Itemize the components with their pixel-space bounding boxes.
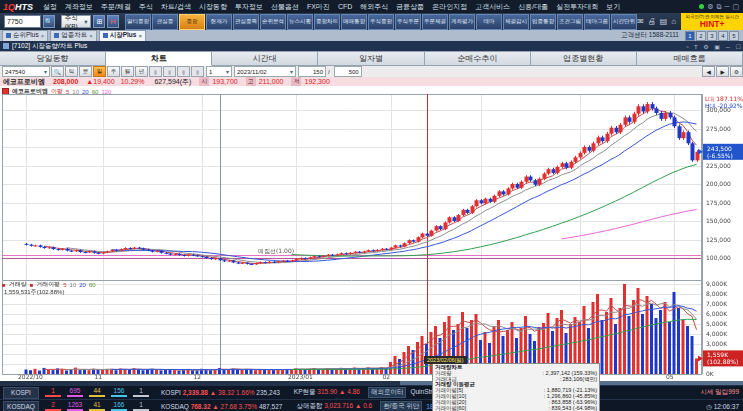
menu-item-온라인지점[interactable]: 온라인지점 [428,3,471,10]
window-icon [3,43,9,49]
inner-window-titlebar[interactable]: [7102] 시장동향/차트 Plus ▫ T ⚙ ▣ ─ ☐ [0,41,743,51]
tab-순매수추이[interactable]: 순매수추이 [425,51,531,66]
menu-item-주문/체결[interactable]: 주문/체결 [97,3,135,10]
save-icon[interactable]: ▤ [660,17,668,26]
scroll-right-icon[interactable]: ▶ [716,66,729,77]
hint-icon[interactable]: H [107,15,119,28]
toolbar-button-테마[interactable]: 테마 [476,14,502,30]
mail-icon[interactable]: ✉ [637,17,644,26]
period-button-주[interactable]: 주 [107,66,120,77]
menu-item-설정[interactable]: 설정 [39,3,61,10]
menu-item-보기[interactable]: 보기 [602,3,624,10]
print-icon[interactable]: 🖨 [648,17,656,26]
home-icon[interactable]: ⌂ [671,17,676,26]
menu-item-계좌정보[interactable]: 계좌정보 [61,3,97,10]
toolbar-button-관심종[interactable]: 관심종 [152,14,178,30]
count-value: 156 [111,388,127,395]
menu-item-주식[interactable]: 주식 [135,3,157,10]
toolbar-button-관심종목[interactable]: 관심종목 [233,14,259,30]
menu-item-해외주식[interactable]: 해외주식 [356,3,392,10]
mdi-tab-업종차트[interactable]: 업종차트× [50,30,97,42]
toolbar-button-매매동향[interactable]: 매매동향 [341,14,367,30]
period-button-일[interactable]: 일 [93,66,106,77]
popout-icon[interactable]: ⧉ [716,3,721,11]
mdi-tab-close-icon[interactable]: × [41,33,45,39]
toolbar-button-주문체결[interactable]: 주문체결 [422,14,448,30]
tab-업종별현황[interactable]: 업종별현황 [531,51,637,66]
toolbar-button-계좌평가[interactable]: 계좌평가 [449,14,475,30]
menu-item-실전투자대회[interactable]: 실전투자대회 [552,3,602,10]
toolbar-button-체결감시[interactable]: 체결감시 [503,14,529,30]
code-search-icon[interactable]: 🔍 [51,66,64,77]
menu-item-CFD[interactable]: CFD [334,3,356,10]
stock-code-combo[interactable]: 247540▾ [2,66,50,77]
toolbar-button-현재가[interactable]: 현재가 [206,14,232,30]
customer-center-label: 고객센터 1588-2111 [621,31,679,40]
menu-item-투자정보[interactable]: 투자정보 [231,3,267,10]
menu-item-선물옵션[interactable]: 선물옵션 [267,3,303,10]
tab-매매흐름[interactable]: 매매흐름 [637,51,743,66]
pager-1[interactable]: 1 [685,31,695,41]
period-button-분[interactable]: 분 [79,66,92,77]
mdi-tab-icon [54,33,59,38]
date-picker[interactable]: 2023/11/02▾ [234,66,296,77]
toolbar-button-종합[interactable]: 종합 [179,14,205,30]
low-label: 저 [291,77,301,86]
menu-item-고객서비스[interactable]: 고객서비스 [471,3,514,10]
pager-5[interactable]: 5 [729,31,739,41]
multiplier-combo[interactable]: 1▾ [206,66,232,77]
extra-cell: KP현물 315.90 ▲ 4.86 [294,388,360,397]
bars-shown-input[interactable]: 150 [298,66,326,77]
toolbar-button-순위분석[interactable]: 순위분석 [260,14,286,30]
toolbar-button-시간단위[interactable]: 시간단위 [611,14,637,30]
mdi-tab-close-icon[interactable]: × [89,33,93,39]
period-button-틱[interactable]: 틱 [65,66,78,77]
menu-item-금융상품[interactable]: 금융상품 [392,3,428,10]
app-logo: 1QHTS [3,2,33,12]
menu-item-시장동향[interactable]: 시장동향 [195,3,231,10]
hint-banner[interactable]: 외국인/기관 이체는 실시간 HINT+ [681,13,743,30]
pager-4[interactable]: 4 [718,31,728,41]
bars-total-input[interactable]: 500 [334,66,362,77]
mdi-tab-순위Plus[interactable]: 순위Plus× [2,30,48,42]
tab-시간대[interactable]: 시간대 [212,51,318,66]
tab-당일동향[interactable]: 당일동향 [0,51,106,66]
tab-일자별[interactable]: 일자별 [318,51,424,66]
toolbar-button-조건그림[interactable]: 조건그림 [557,14,583,30]
pager-3[interactable]: 3 [707,31,717,41]
search-icon[interactable]: 🔍 [43,15,55,28]
maximize-icon[interactable]: ▢ [732,3,739,11]
mdi-tab-close-icon[interactable]: × [138,33,142,39]
chart-canvas[interactable] [0,94,743,381]
chart-settings-icon[interactable]: ⚙ [730,66,743,77]
status-row-KOSPI: KOSPI1695441561KOSPI 2,339.88 ▲ 38.32 1.… [0,385,743,399]
screen-number-input[interactable]: 7750 [4,15,41,28]
pager-2[interactable]: 2 [696,31,706,41]
menu-item-차트/검색[interactable]: 차트/검색 [157,3,195,10]
period-button-월[interactable]: 월 [121,66,134,77]
toolbar-button-테마그룹[interactable]: 테마그룹 [584,14,610,30]
toolbar-button-멀티종합[interactable]: 멀티종합 [125,14,151,30]
minimize-icon[interactable]: ─ [724,3,729,10]
settings-icon[interactable]: ⚙ [707,3,713,11]
period-button-년[interactable]: 년 [135,66,148,77]
mdi-tab-시장Plus[interactable]: 시장Plus× [99,30,146,42]
toolbar-button-주식주문[interactable]: 주식주문 [395,14,421,30]
toolbar-button-업종동향[interactable]: 업종동향 [530,14,556,30]
scroll-left-icon[interactable]: ◀ [702,66,715,77]
grid-layout-icon[interactable]: ⊞ [93,15,105,28]
crosshair-date-tag: 2023/02/06(월) [424,356,467,364]
menu-item-신용/대출[interactable]: 신용/대출 [514,3,552,10]
toolbar-button-종합차트[interactable]: 종합차트 [314,14,340,30]
toolbar-button-뉴스시황[interactable]: 뉴스시황 [287,14,313,30]
news-source-label: 해외로이터 [368,387,407,398]
account-dropdown[interactable]: 주식(KB)▾ [61,15,92,28]
menu-item-FX마진[interactable]: FX마진 [303,3,334,10]
tooltip-row: 거래이평[60]: 839,543 (-64.98%) [435,406,597,411]
count-value: 41 [89,402,105,409]
index-cell: KOSPI 2,339.88 ▲ 38.32 1.66% 235,243 [161,389,280,396]
vol-ma-period-60: 60 [89,282,96,288]
window-controls[interactable]: ▫ T ⚙ ▣ ─ ☐ [686,43,743,50]
toolbar-button-주식종합[interactable]: 주식종합 [368,14,394,30]
tab-차트[interactable]: 차트 [106,51,212,66]
